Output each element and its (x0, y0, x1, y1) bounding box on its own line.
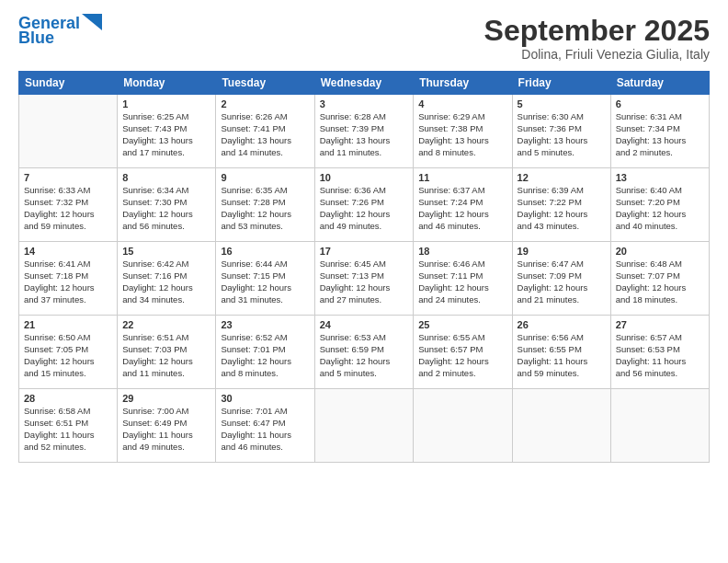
day-number: 13 (616, 172, 704, 183)
col-thursday: Thursday (414, 72, 512, 95)
table-row: 21Sunrise: 6:50 AMSunset: 7:05 PMDayligh… (19, 316, 118, 389)
day-info: Sunrise: 6:36 AMSunset: 7:26 PMDaylight:… (320, 185, 409, 232)
day-info: Sunrise: 6:55 AMSunset: 6:57 PMDaylight:… (418, 332, 506, 379)
table-row: 25Sunrise: 6:55 AMSunset: 6:57 PMDayligh… (414, 316, 512, 389)
header-row: Sunday Monday Tuesday Wednesday Thursday… (19, 72, 710, 95)
day-info: Sunrise: 6:33 AMSunset: 7:32 PMDaylight:… (24, 185, 112, 232)
table-row: 11Sunrise: 6:37 AMSunset: 7:24 PMDayligh… (414, 168, 512, 242)
table-row: 22Sunrise: 6:51 AMSunset: 7:03 PMDayligh… (118, 316, 216, 389)
table-row: 24Sunrise: 6:53 AMSunset: 6:59 PMDayligh… (314, 316, 414, 389)
logo-blue: Blue (18, 29, 54, 46)
day-info: Sunrise: 6:50 AMSunset: 7:05 PMDaylight:… (24, 332, 112, 379)
logo-arrow-icon (82, 14, 102, 30)
table-row: 9Sunrise: 6:35 AMSunset: 7:28 PMDaylight… (216, 168, 314, 242)
day-info: Sunrise: 6:58 AMSunset: 6:51 PMDaylight:… (24, 406, 112, 453)
title-section: September 2025 Dolina, Friuli Venezia Gi… (484, 15, 710, 62)
day-number: 26 (518, 319, 606, 330)
table-row: 12Sunrise: 6:39 AMSunset: 7:22 PMDayligh… (512, 168, 610, 242)
day-number: 6 (616, 98, 704, 109)
day-info: Sunrise: 6:48 AMSunset: 7:07 PMDaylight:… (616, 259, 704, 305)
header: General Blue September 2025 Dolina, Friu… (18, 15, 710, 62)
table-row (610, 389, 709, 463)
location-title: Dolina, Friuli Venezia Giulia, Italy (484, 47, 710, 62)
day-info: Sunrise: 6:47 AMSunset: 7:09 PMDaylight:… (518, 259, 606, 305)
day-number: 2 (221, 98, 309, 109)
day-info: Sunrise: 7:01 AMSunset: 6:47 PMDaylight:… (221, 406, 309, 453)
day-info: Sunrise: 6:57 AMSunset: 6:53 PMDaylight:… (616, 332, 704, 379)
day-info: Sunrise: 6:42 AMSunset: 7:16 PMDaylight:… (122, 259, 210, 305)
day-number: 15 (122, 246, 210, 257)
day-info: Sunrise: 6:45 AMSunset: 7:13 PMDaylight:… (320, 259, 409, 305)
table-row: 26Sunrise: 6:56 AMSunset: 6:55 PMDayligh… (512, 316, 610, 389)
table-row: 28Sunrise: 6:58 AMSunset: 6:51 PMDayligh… (19, 389, 118, 463)
day-number: 11 (418, 172, 506, 183)
day-number: 24 (320, 319, 409, 330)
day-number: 17 (320, 246, 409, 257)
day-info: Sunrise: 6:41 AMSunset: 7:18 PMDaylight:… (24, 259, 112, 305)
col-tuesday: Tuesday (216, 72, 314, 95)
calendar-table: Sunday Monday Tuesday Wednesday Thursday… (18, 71, 710, 463)
month-title: September 2025 (484, 15, 710, 47)
day-number: 16 (221, 246, 309, 257)
logo: General Blue (18, 15, 102, 46)
col-monday: Monday (118, 72, 216, 95)
day-number: 10 (320, 172, 409, 183)
day-info: Sunrise: 6:51 AMSunset: 7:03 PMDaylight:… (122, 332, 210, 379)
table-row: 3Sunrise: 6:28 AMSunset: 7:39 PMDaylight… (314, 95, 414, 168)
day-number: 9 (221, 172, 309, 183)
day-info: Sunrise: 6:56 AMSunset: 6:55 PMDaylight:… (518, 332, 606, 379)
calendar-header: Sunday Monday Tuesday Wednesday Thursday… (19, 72, 710, 95)
day-number: 19 (518, 246, 606, 257)
table-row: 7Sunrise: 6:33 AMSunset: 7:32 PMDaylight… (19, 168, 118, 242)
table-row: 30Sunrise: 7:01 AMSunset: 6:47 PMDayligh… (216, 389, 314, 463)
calendar-week-row: 28Sunrise: 6:58 AMSunset: 6:51 PMDayligh… (19, 389, 710, 463)
table-row: 1Sunrise: 6:25 AMSunset: 7:43 PMDaylight… (118, 95, 216, 168)
table-row: 19Sunrise: 6:47 AMSunset: 7:09 PMDayligh… (512, 242, 610, 316)
day-number: 7 (24, 172, 112, 183)
day-info: Sunrise: 6:37 AMSunset: 7:24 PMDaylight:… (418, 185, 506, 232)
day-number: 22 (122, 319, 210, 330)
day-info: Sunrise: 6:46 AMSunset: 7:11 PMDaylight:… (418, 259, 506, 305)
table-row: 16Sunrise: 6:44 AMSunset: 7:15 PMDayligh… (216, 242, 314, 316)
day-number: 21 (24, 319, 112, 330)
day-number: 3 (320, 98, 409, 109)
table-row (414, 389, 512, 463)
table-row: 17Sunrise: 6:45 AMSunset: 7:13 PMDayligh… (314, 242, 414, 316)
day-number: 23 (221, 319, 309, 330)
day-info: Sunrise: 6:35 AMSunset: 7:28 PMDaylight:… (221, 185, 309, 232)
table-row (19, 95, 118, 168)
day-number: 4 (418, 98, 506, 109)
day-number: 18 (418, 246, 506, 257)
day-info: Sunrise: 6:28 AMSunset: 7:39 PMDaylight:… (320, 111, 409, 158)
day-info: Sunrise: 6:26 AMSunset: 7:41 PMDaylight:… (221, 111, 309, 158)
day-number: 29 (122, 393, 210, 404)
day-number: 5 (518, 98, 606, 109)
day-number: 30 (221, 393, 309, 404)
day-number: 25 (418, 319, 506, 330)
day-info: Sunrise: 6:52 AMSunset: 7:01 PMDaylight:… (221, 332, 309, 379)
day-number: 27 (616, 319, 704, 330)
day-info: Sunrise: 6:39 AMSunset: 7:22 PMDaylight:… (518, 185, 606, 232)
table-row: 4Sunrise: 6:29 AMSunset: 7:38 PMDaylight… (414, 95, 512, 168)
table-row: 10Sunrise: 6:36 AMSunset: 7:26 PMDayligh… (314, 168, 414, 242)
day-info: Sunrise: 6:29 AMSunset: 7:38 PMDaylight:… (418, 111, 506, 158)
day-number: 1 (122, 98, 210, 109)
table-row (314, 389, 414, 463)
day-number: 14 (24, 246, 112, 257)
page: General Blue September 2025 Dolina, Friu… (0, 0, 728, 563)
table-row: 23Sunrise: 6:52 AMSunset: 7:01 PMDayligh… (216, 316, 314, 389)
table-row: 18Sunrise: 6:46 AMSunset: 7:11 PMDayligh… (414, 242, 512, 316)
day-info: Sunrise: 6:53 AMSunset: 6:59 PMDaylight:… (320, 332, 409, 379)
table-row: 15Sunrise: 6:42 AMSunset: 7:16 PMDayligh… (118, 242, 216, 316)
table-row: 5Sunrise: 6:30 AMSunset: 7:36 PMDaylight… (512, 95, 610, 168)
table-row: 6Sunrise: 6:31 AMSunset: 7:34 PMDaylight… (610, 95, 709, 168)
table-row: 14Sunrise: 6:41 AMSunset: 7:18 PMDayligh… (19, 242, 118, 316)
day-info: Sunrise: 6:31 AMSunset: 7:34 PMDaylight:… (616, 111, 704, 158)
day-info: Sunrise: 6:25 AMSunset: 7:43 PMDaylight:… (122, 111, 210, 158)
col-friday: Friday (512, 72, 610, 95)
table-row: 20Sunrise: 6:48 AMSunset: 7:07 PMDayligh… (610, 242, 709, 316)
table-row: 2Sunrise: 6:26 AMSunset: 7:41 PMDaylight… (216, 95, 314, 168)
table-row: 8Sunrise: 6:34 AMSunset: 7:30 PMDaylight… (118, 168, 216, 242)
day-info: Sunrise: 6:30 AMSunset: 7:36 PMDaylight:… (518, 111, 606, 158)
day-info: Sunrise: 6:40 AMSunset: 7:20 PMDaylight:… (616, 185, 704, 232)
